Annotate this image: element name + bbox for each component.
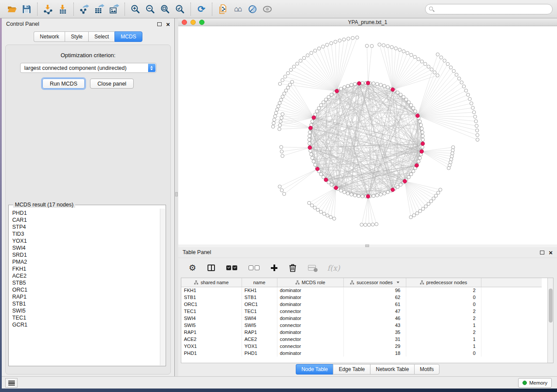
table-row[interactable]: RAP1RAP1dominator352 (181, 329, 542, 336)
memory-button[interactable]: Memory (518, 378, 552, 388)
close-panel-button[interactable]: Close panel (90, 79, 134, 89)
table-scrollbar[interactable] (547, 278, 553, 363)
clone-network-icon[interactable] (215, 2, 230, 17)
column-header-name[interactable]: name (242, 278, 277, 287)
toolbar-separator (212, 3, 212, 16)
desktop: ⟳ ⌂⌂ (0, 0, 557, 392)
search-icon (429, 7, 433, 10)
network-graph[interactable] (178, 26, 557, 244)
tab-select[interactable]: Select (88, 31, 114, 42)
tab-node-table[interactable]: Node Table (296, 364, 333, 375)
mcds-result-item[interactable]: CAR1 (12, 217, 160, 224)
table-scrollbar-thumb[interactable] (549, 289, 553, 323)
gear-glyph: ⚙ (189, 264, 196, 272)
column-header-shared-name[interactable]: shared name (181, 278, 242, 287)
hide-panels-icon[interactable] (245, 2, 260, 17)
optimization-criterion-label: Optimization criterion: (6, 52, 170, 58)
search-input[interactable] (425, 4, 553, 14)
open-file-icon[interactable] (4, 2, 19, 17)
import-table-icon[interactable] (55, 2, 70, 17)
import-network-icon[interactable] (41, 2, 55, 17)
mcds-result-item[interactable]: ACE2 (12, 272, 160, 279)
zoom-selected-icon[interactable] (173, 2, 187, 17)
tab-style[interactable]: Style (65, 31, 88, 42)
vertical-splitter[interactable] (175, 18, 178, 376)
show-columns-icon[interactable] (208, 263, 215, 273)
export-image-icon[interactable] (107, 2, 121, 17)
float-panel-icon[interactable] (157, 22, 162, 26)
table-row[interactable]: FKH1FKH1dominator962 (181, 287, 542, 294)
tab-edge-table[interactable]: Edge Table (333, 364, 370, 375)
homes-glyph: ⌂⌂ (234, 5, 242, 13)
mcds-result-item[interactable]: SRD1 (12, 251, 160, 258)
add-column-icon[interactable] (271, 263, 277, 273)
fx-glyph: f(x) (327, 264, 340, 272)
table-row[interactable]: SWI5SWI5connector431 (181, 322, 542, 329)
mcds-result-item[interactable]: TEC1 (12, 314, 160, 321)
task-history-button[interactable] (5, 378, 17, 388)
close-panel-icon[interactable]: × (166, 21, 170, 28)
mcds-result-item[interactable]: SWI4 (12, 244, 160, 251)
table-row[interactable]: ACE2ACE2connector311 (181, 336, 542, 343)
export-table-icon[interactable] (92, 2, 107, 17)
mcds-result-item[interactable]: PMA2 (12, 258, 160, 265)
refresh-glyph: ⟳ (197, 4, 205, 14)
zoom-fit-icon[interactable] (158, 2, 173, 17)
delete-column-trash-icon[interactable] (289, 263, 297, 273)
column-header-predecessor-nodes[interactable]: predecessor nodes (406, 278, 481, 287)
column-header-successor-nodes[interactable]: successor nodes (343, 278, 406, 287)
search-wrap (425, 4, 553, 14)
control-panel-tabs: NetworkStyleSelectMCDS (2, 31, 174, 42)
mcds-result-item[interactable]: STP4 (12, 224, 160, 230)
tab-motifs[interactable]: Motifs (414, 364, 439, 375)
mcds-list-scrollbar[interactable] (160, 209, 165, 365)
float-panel-icon[interactable] (540, 251, 544, 254)
tab-mcds[interactable]: MCDS (114, 31, 142, 42)
mcds-result-list: PHD1CAR1STP4TID3YOX1SWI4SRD1PMA2FKH1ACE2… (9, 209, 160, 365)
tab-network-table[interactable]: Network Table (370, 364, 414, 375)
column-header-MCDS-role[interactable]: MCDS role (277, 278, 343, 287)
mcds-result-item[interactable]: RAP1 (12, 293, 160, 300)
mcds-result-item[interactable]: FKH1 (12, 265, 160, 272)
delete-table-icon (308, 263, 316, 273)
node-table: shared namenameMCDS rolesuccessor nodesp… (181, 278, 554, 363)
table-settings-gear-icon[interactable]: ⚙ (189, 263, 196, 273)
table-row[interactable]: YOX1YOX1connector291 (181, 343, 542, 350)
network-window-titlebar: YPA_prune.txt_1 (178, 18, 557, 26)
show-panels-eye-icon[interactable] (260, 2, 275, 17)
table-row[interactable]: PHD1PHD1dominator180 (181, 350, 542, 357)
mcds-result-item[interactable]: GCR1 (12, 321, 160, 328)
mcds-result-item[interactable]: YOX1 (12, 237, 160, 244)
table-row[interactable]: ORC1ORC1dominator610 (181, 301, 542, 308)
close-panel-icon[interactable]: × (549, 249, 553, 256)
select-all-rows-icon[interactable] (226, 263, 237, 273)
tab-network[interactable]: Network (34, 31, 65, 42)
run-mcds-button[interactable]: Run MCDS (42, 79, 85, 89)
zoom-in-icon[interactable] (128, 2, 143, 17)
refresh-view-icon[interactable]: ⟳ (194, 2, 209, 17)
export-network-icon[interactable] (77, 2, 92, 17)
table-row[interactable]: STB1STB1dominator620 (181, 294, 542, 301)
mcds-result-item[interactable]: ORC1 (12, 286, 160, 293)
criterion-selected-value: largest connected component (undirected) (24, 65, 127, 71)
deselect-all-rows-icon[interactable] (249, 263, 259, 273)
zoom-out-icon[interactable] (143, 2, 158, 17)
mcds-result-item[interactable]: STB1 (12, 300, 160, 307)
network-overview-icon[interactable]: ⌂⌂ (230, 2, 245, 17)
mcds-result-title: MCDS result (17 nodes) (13, 202, 75, 208)
status-bar: Memory (2, 376, 557, 389)
mcds-result-item[interactable]: STB5 (12, 279, 160, 286)
splitter-handle[interactable] (175, 192, 178, 196)
mcds-result-item[interactable]: TID3 (12, 230, 160, 237)
function-builder-icon: f(x) (327, 263, 340, 273)
mcds-result-item[interactable]: PHD1 (12, 210, 160, 217)
toolbar-separator (37, 3, 38, 16)
criterion-select[interactable]: largest connected component (undirected) (20, 63, 156, 73)
control-panel-title: Control Panel (6, 21, 39, 27)
table-row[interactable]: SWI4SWI4dominator462 (181, 315, 542, 322)
mcds-result-item[interactable]: SWI5 (12, 307, 160, 314)
network-window-title: YPA_prune.txt_1 (178, 19, 557, 25)
table-row[interactable]: TEC1TEC1connector472 (181, 308, 542, 315)
toolbar-separator (73, 3, 74, 16)
save-session-icon[interactable] (19, 2, 34, 17)
